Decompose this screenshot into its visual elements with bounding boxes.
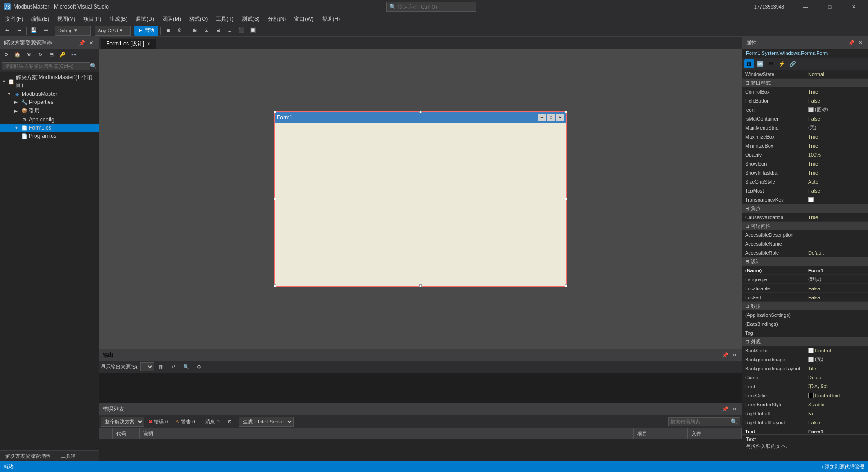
save-button[interactable]: 💾 xyxy=(28,26,39,36)
se-close-button[interactable]: ✕ xyxy=(87,39,95,47)
form-minimize-btn[interactable]: ─ xyxy=(538,114,546,121)
output-settings-button[interactable]: ⚙ xyxy=(194,362,204,372)
menu-debug[interactable]: 调试(D) xyxy=(132,13,158,24)
prop-value-databindings[interactable] xyxy=(805,319,868,328)
menu-build[interactable]: 生成(B) xyxy=(106,13,131,24)
errorlist-close-button[interactable]: ✕ xyxy=(730,405,738,413)
prop-value-accessiblename[interactable] xyxy=(805,239,868,248)
menu-analyze[interactable]: 分析(N) xyxy=(264,13,290,24)
prop-value-applicationsettings[interactable] xyxy=(805,310,868,319)
tree-item-programcs[interactable]: ▶ 📄 Program.cs xyxy=(0,132,99,140)
col-file[interactable]: 文件 xyxy=(688,428,742,439)
prop-properties-btn[interactable]: ⚙ xyxy=(766,59,776,68)
transparency-checkbox[interactable] xyxy=(808,197,814,202)
config-dropdown[interactable]: Debug ▾ xyxy=(55,26,91,36)
tab-form1-close-icon[interactable]: ✕ xyxy=(147,41,150,46)
bottom-tab-solution-explorer[interactable]: 解决方案资源管理器 xyxy=(0,451,55,461)
output-word-wrap-button[interactable]: ↵ xyxy=(168,362,179,372)
prop-value-minimizebox[interactable]: True xyxy=(805,141,868,150)
error-list-search[interactable]: 🔍 xyxy=(668,417,740,426)
align-right-button[interactable]: ⊟ xyxy=(212,26,223,36)
prop-value-maximizebox[interactable]: True xyxy=(805,132,868,141)
se-pin-button[interactable]: 📌 xyxy=(78,39,86,47)
prop-value-language[interactable]: (默认) xyxy=(805,275,868,283)
menu-format[interactable]: 格式(O) xyxy=(185,13,211,24)
prop-value-accessiblerole[interactable]: Default xyxy=(805,248,868,257)
prop-events-btn[interactable]: ⚡ xyxy=(777,59,787,68)
tree-item-properties[interactable]: ▶ 🔧 Properties xyxy=(0,98,99,106)
user-account[interactable]: 17713593948 xyxy=(754,4,784,9)
solution-explorer-search[interactable]: 🔍 xyxy=(0,60,99,72)
prop-value-windowstate[interactable]: Normal xyxy=(805,70,868,78)
prop-category-design[interactable]: ⊟ 设计 xyxy=(742,257,868,266)
handle-mr[interactable] xyxy=(565,198,567,200)
prop-category-accessibility[interactable]: ⊟ 可访问性 xyxy=(742,222,868,230)
menu-view[interactable]: 视图(V) xyxy=(54,13,79,24)
prop-value-showicon[interactable]: True xyxy=(805,159,868,168)
quick-launch-input[interactable] xyxy=(398,4,470,9)
prop-value-opacity[interactable]: 100% xyxy=(805,150,868,159)
col-description[interactable]: 说明 xyxy=(140,428,634,439)
toolbar-btn-4[interactable]: ⏹ xyxy=(163,26,173,36)
prop-value-transparencykey[interactable] xyxy=(805,195,868,204)
handle-bc[interactable] xyxy=(419,284,422,287)
handle-bl[interactable] xyxy=(274,284,276,287)
prop-value-locked[interactable]: False xyxy=(805,293,868,301)
build-source-select[interactable]: 生成 + IntelliSense xyxy=(239,417,294,427)
handle-br[interactable] xyxy=(565,284,567,287)
build-intellisense-dropdown[interactable]: 生成 + IntelliSense xyxy=(239,417,294,427)
prop-value-sizegripstyle[interactable]: Auto xyxy=(805,177,868,186)
output-source-select[interactable] xyxy=(140,362,154,371)
prop-value-mainmenustrip[interactable]: (无) xyxy=(805,123,868,132)
form-maximize-btn[interactable]: □ xyxy=(547,114,555,121)
start-button[interactable]: ▶ 启动 xyxy=(134,26,158,36)
tree-item-project[interactable]: ▼ ◆ ModbusMaster xyxy=(0,90,99,98)
minimize-button[interactable]: — xyxy=(795,0,816,13)
close-button[interactable]: ✕ xyxy=(844,0,864,13)
se-properties-button[interactable]: 🔑 xyxy=(57,49,68,59)
menu-team[interactable]: 团队(M) xyxy=(158,13,185,24)
toolbar-more-3[interactable]: 🔲 xyxy=(248,26,258,36)
prop-value-backcolor[interactable]: Control xyxy=(805,346,868,355)
prop-value-ismdicontainer[interactable]: False xyxy=(805,114,868,123)
tab-form1-design[interactable]: Form1.cs [设计] ✕ xyxy=(101,39,156,49)
prop-propbind-btn[interactable]: 🔗 xyxy=(787,59,797,68)
handle-tl[interactable] xyxy=(274,111,276,113)
menu-tools[interactable]: 工具(T) xyxy=(212,13,237,24)
menu-window[interactable]: 窗口(W) xyxy=(290,13,317,24)
align-left-button[interactable]: ⊞ xyxy=(189,26,200,36)
undo-button[interactable]: ↩ xyxy=(2,26,13,36)
prop-value-formborderstyle[interactable]: Sizable xyxy=(805,400,868,409)
platform-dropdown[interactable]: Any CPU ▾ xyxy=(95,26,131,36)
design-canvas[interactable]: Form1 ─ □ ✕ xyxy=(99,49,742,349)
prop-value-controlbox[interactable]: True xyxy=(805,87,868,96)
prop-category-appearance[interactable]: ⊟ 外观 xyxy=(742,337,868,346)
prop-value-backgroundimage[interactable]: (无) xyxy=(805,355,868,364)
solution-explorer-search-input[interactable] xyxy=(2,62,90,70)
prop-value-topmost[interactable]: False xyxy=(805,186,868,195)
menu-test[interactable]: 测试(S) xyxy=(238,13,263,24)
handle-tc[interactable] xyxy=(419,111,422,113)
output-pin-button[interactable]: 📌 xyxy=(721,351,729,359)
tree-item-solution[interactable]: ▼ 📋 解决方案'ModbusMaster'(1 个项目) xyxy=(0,73,99,90)
prop-value-text[interactable]: Form1 xyxy=(805,427,868,434)
prop-value-righttoleftlayout[interactable]: False xyxy=(805,418,868,427)
prop-value-helpbutton[interactable]: False xyxy=(805,96,868,105)
prop-category-data[interactable]: ⊟ 数据 xyxy=(742,302,868,310)
align-center-button[interactable]: ⊡ xyxy=(201,26,212,36)
handle-tr[interactable] xyxy=(565,111,567,113)
save-all-button[interactable]: 🗃 xyxy=(40,26,51,36)
prop-sort-alpha-btn[interactable]: 🔤 xyxy=(755,59,765,68)
redo-button[interactable]: ↪ xyxy=(14,26,24,36)
prop-value-showintaskbar[interactable]: True xyxy=(805,168,868,177)
toolbar-more-1[interactable]: ≡ xyxy=(224,26,235,36)
output-close-button[interactable]: ✕ xyxy=(730,351,738,359)
se-collapse-button[interactable]: ⊟ xyxy=(46,49,57,59)
form-close-btn[interactable]: ✕ xyxy=(556,114,564,121)
errorlist-settings-btn[interactable]: ⚙ xyxy=(224,417,235,427)
tree-item-references[interactable]: ▶ 📦 引用 xyxy=(0,106,99,116)
prop-sort-category-btn[interactable]: ⊞ xyxy=(744,59,754,68)
maximize-button[interactable]: □ xyxy=(819,0,840,13)
tree-item-form1cs[interactable]: ▼ 📄 Form1.cs xyxy=(0,124,99,132)
prop-pin-button[interactable]: 📌 xyxy=(847,39,855,47)
